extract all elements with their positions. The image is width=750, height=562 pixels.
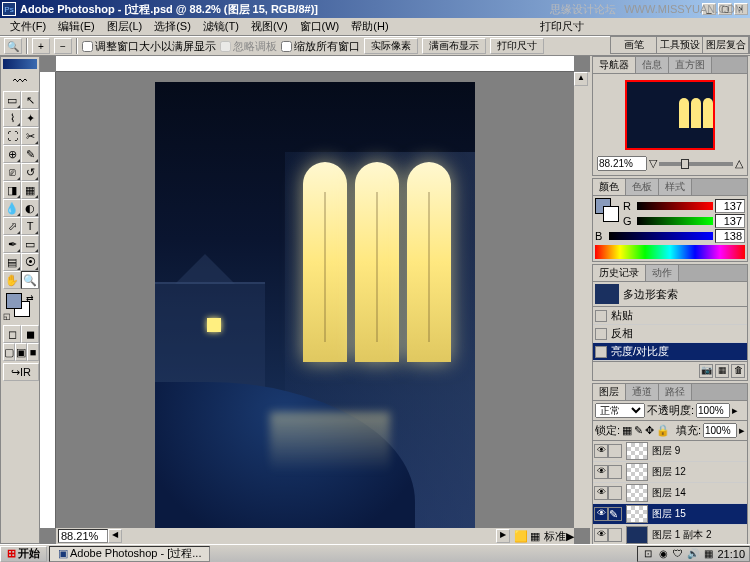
- lock-trans-icon[interactable]: ▦: [622, 424, 632, 437]
- zoom-all-check[interactable]: 缩放所有窗口: [281, 39, 360, 54]
- canvas-viewport[interactable]: [56, 72, 574, 528]
- type-tool[interactable]: T: [21, 217, 39, 235]
- history-item[interactable]: 反相: [593, 325, 747, 343]
- green-slider[interactable]: [637, 217, 713, 225]
- dock-brush-tab[interactable]: 画笔: [611, 37, 657, 53]
- path-tool[interactable]: ⬀: [3, 217, 21, 235]
- fill-field[interactable]: [703, 423, 737, 438]
- nav-zoom-out-icon[interactable]: ▽: [649, 157, 657, 170]
- new-doc-icon[interactable]: ▦: [715, 364, 729, 378]
- tray-icon[interactable]: ▦: [702, 548, 714, 560]
- zoom-in-icon[interactable]: +: [32, 38, 50, 54]
- notes-tool[interactable]: ▤: [3, 253, 21, 271]
- visibility-icon[interactable]: 👁: [594, 486, 608, 500]
- move-tool[interactable]: ↖: [21, 91, 39, 109]
- layer-row[interactable]: 👁图层 12: [593, 462, 747, 483]
- scrollbar-vertical[interactable]: ▲: [574, 72, 590, 528]
- stamp-tool[interactable]: ⎚: [3, 163, 21, 181]
- tab-swatches[interactable]: 色板: [626, 179, 659, 195]
- pen-tool[interactable]: ✒: [3, 235, 21, 253]
- menu-help[interactable]: 帮助(H): [345, 18, 394, 35]
- trash-icon[interactable]: 🗑: [731, 364, 745, 378]
- brush-tool[interactable]: ✎: [21, 145, 39, 163]
- lasso-tool[interactable]: ⌇: [3, 109, 21, 127]
- layer-row[interactable]: 👁图层 14: [593, 483, 747, 504]
- nav-zoom-field[interactable]: [597, 156, 647, 171]
- blue-value[interactable]: 138: [715, 229, 745, 243]
- tab-channels[interactable]: 通道: [626, 384, 659, 400]
- menu-filter[interactable]: 滤镜(T): [197, 18, 245, 35]
- tab-history[interactable]: 历史记录: [593, 265, 646, 281]
- history-item[interactable]: 粘贴: [593, 307, 747, 325]
- tray-icon[interactable]: 🛡: [672, 548, 684, 560]
- taskbar-app-button[interactable]: ▣ Adobe Photoshop - [过程...: [49, 546, 210, 562]
- tab-styles[interactable]: 样式: [659, 179, 692, 195]
- dodge-tool[interactable]: ◐: [21, 199, 39, 217]
- eraser-tool[interactable]: ◨: [3, 181, 21, 199]
- scrollbar-horizontal[interactable]: ◀ ▶ 🟨 ▦ 标准 ▶: [56, 528, 574, 544]
- visibility-icon[interactable]: 👁: [594, 528, 608, 542]
- red-value[interactable]: 137: [715, 199, 745, 213]
- shape-tool[interactable]: ▭: [21, 235, 39, 253]
- blend-mode-select[interactable]: 正常: [595, 403, 645, 418]
- tab-info[interactable]: 信息: [636, 57, 669, 73]
- tab-histogram[interactable]: 直方图: [669, 57, 712, 73]
- layer-row[interactable]: 👁图层 9: [593, 441, 747, 462]
- menu-select[interactable]: 选择(S): [148, 18, 197, 35]
- green-value[interactable]: 137: [715, 214, 745, 228]
- actual-pixels-button[interactable]: 实际像素: [364, 38, 418, 54]
- ruler-vertical[interactable]: [40, 72, 56, 528]
- tab-color[interactable]: 颜色: [593, 179, 626, 195]
- eyedropper-tool[interactable]: ⦿: [21, 253, 39, 271]
- layer-row-active[interactable]: 👁✎图层 15: [593, 504, 747, 525]
- opacity-field[interactable]: [696, 403, 730, 418]
- lock-all-icon[interactable]: 🔒: [656, 424, 670, 437]
- tab-navigator[interactable]: 导航器: [593, 57, 636, 73]
- scroll-up-icon[interactable]: ▲: [574, 72, 588, 86]
- nav-zoom-slider[interactable]: [659, 162, 733, 166]
- color-bg-swatch[interactable]: [603, 206, 619, 222]
- scroll-left-icon[interactable]: ◀: [108, 529, 122, 543]
- history-snapshot[interactable]: 多边形套索: [593, 282, 747, 307]
- wand-tool[interactable]: ✦: [21, 109, 39, 127]
- screen-full-menu[interactable]: ▣: [15, 343, 27, 361]
- clock[interactable]: 21:10: [717, 548, 745, 560]
- new-snapshot-icon[interactable]: 📷: [699, 364, 713, 378]
- print-size-button[interactable]: 打印尺寸: [490, 38, 544, 54]
- blue-slider[interactable]: [609, 232, 713, 240]
- navigator-thumb[interactable]: [625, 80, 715, 150]
- tray-icon[interactable]: 🔊: [687, 548, 699, 560]
- tab-layers[interactable]: 图层: [593, 384, 626, 400]
- marquee-tool[interactable]: ▭: [3, 91, 21, 109]
- red-slider[interactable]: [637, 202, 713, 210]
- menu-layer[interactable]: 图层(L): [101, 18, 148, 35]
- tab-paths[interactable]: 路径: [659, 384, 692, 400]
- history-brush-tool[interactable]: ↺: [21, 163, 39, 181]
- tab-actions[interactable]: 动作: [646, 265, 679, 281]
- nav-zoom-in-icon[interactable]: △: [735, 157, 743, 170]
- imageready-button[interactable]: ↪IR: [3, 363, 39, 381]
- screen-standard[interactable]: ▢: [3, 343, 15, 361]
- default-colors-icon[interactable]: ◱: [3, 312, 11, 321]
- screen-full[interactable]: ■: [27, 343, 39, 361]
- history-item-active[interactable]: 亮度/对比度: [593, 343, 747, 361]
- crop-tool[interactable]: ⛶: [3, 127, 21, 145]
- dock-preset-tab[interactable]: 工具预设: [657, 37, 703, 53]
- slice-tool[interactable]: ✂: [21, 127, 39, 145]
- lock-paint-icon[interactable]: ✎: [634, 424, 643, 437]
- blur-tool[interactable]: 💧: [3, 199, 21, 217]
- menu-view[interactable]: 视图(V): [245, 18, 294, 35]
- menu-window[interactable]: 窗口(W): [294, 18, 346, 35]
- document[interactable]: [155, 82, 475, 532]
- fit-screen-button[interactable]: 满画布显示: [422, 38, 486, 54]
- zoom-field[interactable]: [58, 529, 108, 543]
- layer-row[interactable]: 👁图层 1 副本 2: [593, 525, 747, 546]
- fit-window-check[interactable]: 调整窗口大小以满屏显示: [82, 39, 216, 54]
- heal-tool[interactable]: ⊕: [3, 145, 21, 163]
- hand-tool[interactable]: ✋: [3, 271, 21, 289]
- standard-mode[interactable]: ◻: [3, 325, 21, 343]
- start-button[interactable]: ⊞ 开始: [0, 546, 47, 562]
- visibility-icon[interactable]: 👁: [594, 465, 608, 479]
- zoom-tool-icon[interactable]: 🔍: [4, 38, 22, 54]
- foreground-swatch[interactable]: [6, 293, 22, 309]
